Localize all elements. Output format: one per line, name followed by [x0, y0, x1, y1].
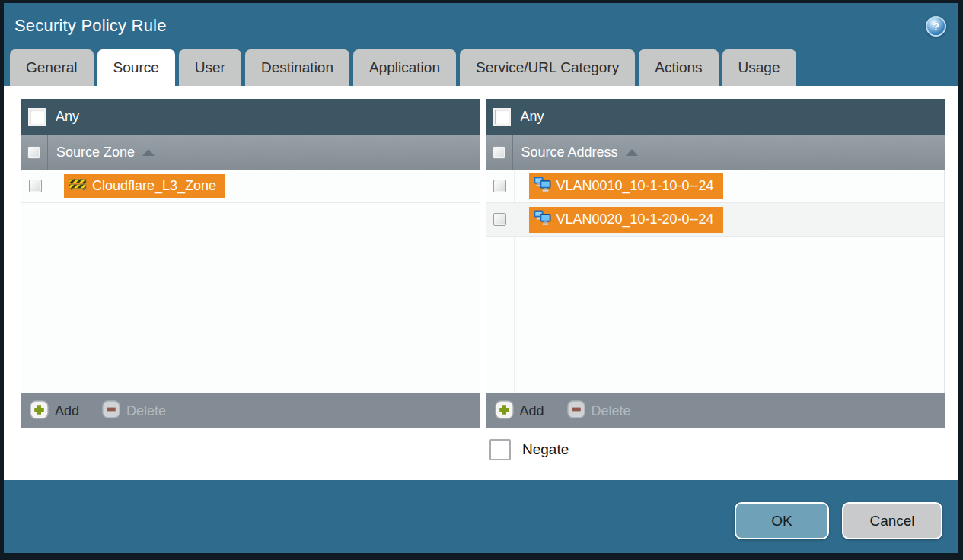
zone-entry-label: Cloudflare_L3_Zone: [92, 178, 216, 194]
zone-icon: [69, 177, 87, 195]
add-address-button[interactable]: Add: [495, 400, 544, 422]
dialog-title: Security Policy Rule: [14, 16, 167, 36]
add-zone-button[interactable]: Add: [30, 400, 79, 422]
tab-service-url-category[interactable]: Service/URL Category: [460, 49, 635, 86]
table-row[interactable]: VLAN0020_10-1-20-0--24: [486, 203, 945, 237]
source-address-any-checkbox[interactable]: [493, 108, 511, 126]
source-zone-any-checkbox[interactable]: [28, 108, 46, 126]
tab-bar: General Source User Destination Applicat…: [4, 49, 958, 86]
cancel-button[interactable]: Cancel: [842, 502, 942, 539]
delete-address-button[interactable]: Delete: [567, 400, 631, 422]
delete-minus-icon: [567, 400, 585, 422]
negate-label: Negate: [522, 441, 569, 458]
tab-actions[interactable]: Actions: [639, 49, 718, 86]
delete-minus-icon: [102, 400, 120, 422]
tab-source[interactable]: Source: [97, 49, 175, 86]
source-address-column-title: Source Address: [521, 145, 618, 161]
source-address-select-all-checkbox[interactable]: [493, 146, 505, 159]
sort-ascending-icon: [142, 149, 155, 156]
row-checkbox[interactable]: [493, 180, 506, 192]
source-zone-footer: Add Delete: [21, 393, 480, 428]
source-zone-any-label: Any: [56, 109, 79, 125]
source-zone-column-title: Source Zone: [56, 145, 135, 161]
delete-button-label: Delete: [126, 403, 166, 419]
add-plus-icon: [495, 400, 514, 422]
zone-entry-chip[interactable]: Cloudflare_L3_Zone: [64, 174, 225, 198]
source-address-column-header[interactable]: Source Address: [486, 135, 945, 170]
negate-checkbox[interactable]: [489, 439, 511, 460]
security-policy-rule-dialog: Security Policy Rule ? General Source Us…: [0, 0, 963, 560]
source-zone-rows: Cloudflare_L3_Zone: [21, 170, 480, 393]
address-entry-chip[interactable]: VLAN0010_10-1-10-0--24: [529, 173, 723, 199]
help-icon[interactable]: ?: [926, 16, 946, 37]
sort-ascending-icon: [626, 149, 638, 156]
table-row[interactable]: Cloudflare_L3_Zone: [21, 170, 480, 203]
source-address-rows: VLAN0010_10-1-10-0--24: [486, 170, 945, 393]
address-entry-label: VLAN0020_10-1-20-0--24: [556, 212, 714, 228]
add-plus-icon: [30, 400, 49, 422]
add-button-label: Add: [520, 403, 544, 419]
add-button-label: Add: [55, 403, 79, 419]
source-zone-any-header: Any: [21, 99, 480, 135]
delete-zone-button[interactable]: Delete: [102, 400, 166, 422]
tab-destination[interactable]: Destination: [245, 49, 349, 86]
row-checkbox[interactable]: [29, 180, 42, 192]
source-address-footer: Add Delete: [486, 393, 945, 428]
address-entry-label: VLAN0010_10-1-10-0--24: [556, 178, 714, 194]
address-entry-chip[interactable]: VLAN0020_10-1-20-0--24: [529, 207, 723, 233]
address-icon: [534, 177, 551, 196]
source-address-panel: Any Source Address: [486, 99, 945, 428]
source-zone-panel: Any Source Zone: [21, 99, 480, 428]
tab-general[interactable]: General: [10, 49, 94, 86]
tab-application[interactable]: Application: [353, 49, 456, 86]
table-row[interactable]: VLAN0010_10-1-10-0--24: [486, 170, 945, 203]
row-checkbox[interactable]: [493, 213, 506, 226]
source-address-any-header: Any: [486, 99, 945, 135]
delete-button-label: Delete: [592, 403, 631, 419]
source-zone-column-header[interactable]: Source Zone: [21, 135, 480, 170]
tab-usage[interactable]: Usage: [722, 49, 796, 86]
dialog-footer: OK Cancel: [4, 480, 958, 553]
titlebar: Security Policy Rule ?: [4, 3, 958, 49]
source-address-any-label: Any: [521, 109, 544, 125]
negate-row: Negate: [489, 439, 945, 460]
ok-button[interactable]: OK: [735, 502, 829, 539]
source-tab-content: Any Source Zone: [4, 86, 958, 480]
address-icon: [534, 210, 551, 230]
tab-user[interactable]: User: [179, 49, 241, 86]
source-zone-select-all-checkbox[interactable]: [27, 146, 40, 159]
